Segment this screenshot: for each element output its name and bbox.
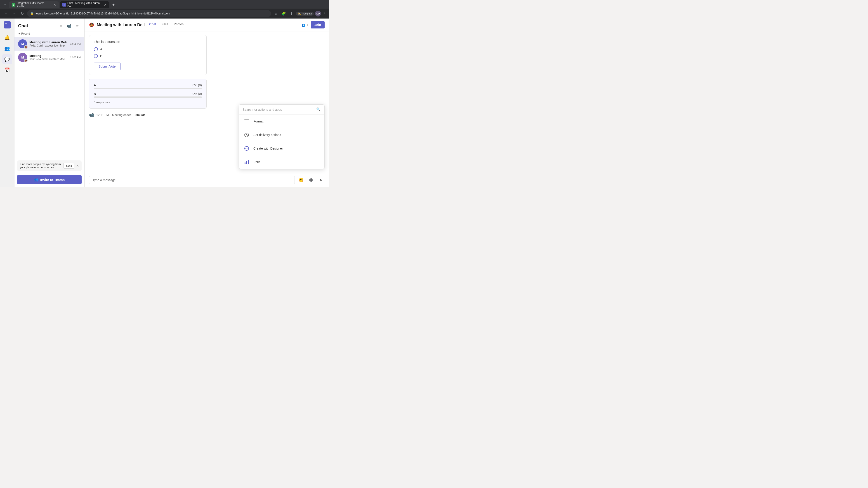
chat-info-1: Meeting You: New event created: Meeting <box>29 54 68 61</box>
polls-label: Polls <box>253 160 260 164</box>
compose-btn[interactable]: ✏ <box>73 22 81 29</box>
teams-logo[interactable]: T <box>3 20 12 29</box>
send-btn[interactable]: ➤ <box>317 176 324 184</box>
chat-preview-0: Polls: Card - access it on https://go...… <box>29 44 68 47</box>
calendar-icon: 📅 <box>4 67 10 73</box>
search-icon[interactable]: 🔍 <box>316 107 321 111</box>
invite-to-teams-btn[interactable]: 👥 Invite to Teams <box>17 175 82 184</box>
tab-2[interactable]: T Chat | Meeting with Lauren Del... ✕ <box>60 1 110 8</box>
chat-avatar-0: M 🔕 <box>18 39 27 48</box>
sync-banner: Find more people by syncing from your ph… <box>17 160 82 171</box>
reload-btn[interactable]: ↻ <box>19 10 25 17</box>
address-bar[interactable]: 🔒 teams.live.com/v2/?tenantId=9188040d-6… <box>27 10 271 17</box>
emoji-icon: 😊 <box>299 177 304 183</box>
chat-item-0[interactable]: M 🔕 Meeting with Lauren Deli Polls: Card… <box>14 37 84 51</box>
bell-icon: 🔔 <box>4 35 10 40</box>
left-rail: T 🔔 👥 💬 📅 <box>0 19 14 187</box>
bell-slash-icon: 🔕 <box>89 23 94 27</box>
sidebar-header: Chat ≡ 📹 ✏ <box>14 19 84 31</box>
chat-header-title: Meeting with Lauren Deli <box>97 23 145 27</box>
chat-item-1[interactable]: M 🔕 Meeting You: New event created: Meet… <box>14 51 84 64</box>
incognito-icon: 🕵 <box>298 12 301 15</box>
poll-option-a: A <box>94 47 202 51</box>
notification-bell[interactable]: 🔕 <box>89 22 94 27</box>
designer-icon <box>243 144 251 153</box>
poll-option-b-label: B <box>100 54 102 58</box>
filter-btn[interactable]: ≡ <box>57 22 64 29</box>
add-action-btn[interactable]: ➕ <box>307 176 315 184</box>
participants-icon: 👥 <box>302 23 305 27</box>
delivery-icon <box>243 131 251 139</box>
poll-result-label-a: A <box>94 84 96 87</box>
tab1-close[interactable]: ✕ <box>53 3 56 6</box>
sidebar-actions: ≡ 📹 ✏ <box>57 22 81 29</box>
muted-icon-0: 🔕 <box>24 45 28 49</box>
new-tab-btn[interactable]: + <box>110 2 117 8</box>
tab2-close[interactable]: ✕ <box>104 3 107 6</box>
people-icon: 👥 <box>4 46 10 51</box>
submit-vote-btn[interactable]: Submit Vote <box>94 63 121 70</box>
action-designer[interactable]: Create with Designer <box>239 142 324 155</box>
poll-bar-bg-a <box>94 88 202 89</box>
poll-responses: 0 responses <box>94 101 202 104</box>
sync-button[interactable]: Sync <box>63 163 74 168</box>
tab-bar: ▾ S Integrations MS Teams Profile ✕ T Ch… <box>0 0 329 8</box>
back-btn[interactable]: ← <box>3 10 9 17</box>
nav-chat[interactable]: 💬 <box>2 54 12 64</box>
bookmark-btn[interactable]: ☆ <box>273 10 279 17</box>
actions-dropdown: 🔍 Format Set deliver <box>239 104 324 169</box>
tab-chat[interactable]: Chat <box>149 22 156 27</box>
actions-search-input[interactable] <box>243 108 314 111</box>
action-delivery[interactable]: Set delivery options <box>239 128 324 142</box>
poll-question-text: This is a question <box>94 40 202 43</box>
action-format[interactable]: Format <box>239 115 324 128</box>
address-text: teams.live.com/v2/?tenantId=9188040d-6c6… <box>35 12 170 15</box>
participants-badge[interactable]: 👥 1 <box>302 23 308 27</box>
tab2-label: Chat | Meeting with Lauren Del... <box>67 2 102 8</box>
actions-search: 🔍 <box>239 105 324 115</box>
svg-rect-5 <box>246 161 247 164</box>
muted-icon-1: 🔕 <box>24 59 28 62</box>
sync-close-btn[interactable]: ✕ <box>76 164 79 168</box>
download-btn[interactable]: ⬇ <box>288 10 294 17</box>
svg-text:T: T <box>5 23 7 27</box>
poll-option-b: B <box>94 54 202 58</box>
participants-count: 1 <box>306 23 308 27</box>
plus-icon: ➕ <box>309 177 313 183</box>
join-button[interactable]: Join <box>311 21 324 29</box>
message-input[interactable] <box>89 176 295 184</box>
format-label: Format <box>253 120 264 123</box>
tab-files[interactable]: Files <box>162 22 168 27</box>
chat-list: M 🔕 Meeting with Lauren Deli Polls: Card… <box>14 37 84 159</box>
tab-list-btn[interactable]: ▾ <box>2 1 8 7</box>
message-input-area: 😊 ➕ ➤ <box>85 173 329 187</box>
poll-bar-bg-b <box>94 96 202 98</box>
tab-1[interactable]: S Integrations MS Teams Profile ✕ <box>9 1 59 8</box>
lock-icon: 🔒 <box>30 12 34 15</box>
chat-icon: 💬 <box>4 57 10 62</box>
poll-result-pct-a: 0% (0) <box>193 84 202 87</box>
tab2-favicon: T <box>62 3 66 6</box>
nav-calendar[interactable]: 📅 <box>2 65 12 75</box>
chat-info-0: Meeting with Lauren Deli Polls: Card - a… <box>29 40 68 47</box>
recent-text: Recent <box>21 32 30 35</box>
sidebar-title: Chat <box>18 23 28 29</box>
browser-menu-btn[interactable]: ⋮ <box>322 11 327 16</box>
forward-btn[interactable]: → <box>11 10 17 17</box>
radio-a[interactable] <box>94 47 98 51</box>
video-call-btn[interactable]: 📹 <box>65 22 72 29</box>
nav-activity[interactable]: 🔔 <box>2 33 12 42</box>
action-polls[interactable]: Polls <box>239 155 324 169</box>
meeting-ended-duration: 2m 53s <box>135 113 145 117</box>
format-icon <box>243 117 251 125</box>
radio-b[interactable] <box>94 54 98 58</box>
tab-photos[interactable]: Photos <box>174 22 184 27</box>
extension-btn[interactable]: 🧩 <box>281 10 287 17</box>
chat-header-tabs: Chat Files Photos <box>149 22 184 27</box>
chat-time-1: 12:06 PM <box>70 56 81 59</box>
nav-people[interactable]: 👥 <box>2 43 12 53</box>
browser-user-avatar[interactable]: LD <box>315 11 321 17</box>
emoji-btn[interactable]: 😊 <box>298 176 305 184</box>
svg-rect-6 <box>248 160 249 164</box>
chat-preview-1: You: New event created: Meeting <box>29 58 68 61</box>
